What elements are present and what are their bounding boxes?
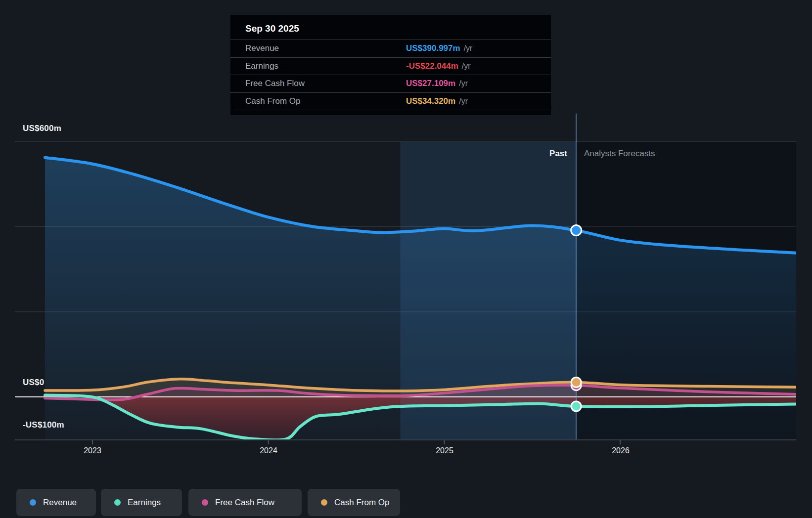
- legend-item-earnings[interactable]: Earnings: [101, 489, 182, 516]
- legend-item-revenue[interactable]: Revenue: [16, 489, 96, 516]
- tooltip-suffix: /yr: [459, 97, 468, 106]
- tooltip-suffix: /yr: [462, 62, 471, 71]
- y-axis-label-600m: US$600m: [23, 124, 61, 133]
- tooltip-suffix: /yr: [459, 79, 468, 88]
- legend-item-cash-from-op[interactable]: Cash From Op: [308, 489, 400, 516]
- x-axis-label-2025: 2025: [436, 446, 453, 455]
- legend-item-free-cash-flow[interactable]: Free Cash Flow: [188, 489, 302, 516]
- legend-label: Free Cash Flow: [215, 498, 274, 508]
- tooltip-suffix: /yr: [464, 44, 473, 53]
- tooltip-value: US$27.109m: [406, 79, 455, 88]
- tooltip-value: US$34.320m: [406, 96, 455, 106]
- x-axis-label-2024: 2024: [260, 446, 277, 455]
- tooltip-label: Revenue: [245, 43, 406, 53]
- tooltip-row-free-cash-flow: Free Cash Flow US$27.109m /yr: [230, 75, 551, 92]
- stock-financials-chart-page: { "tooltip": { "date": "Sep 30 2025", "r…: [0, 0, 812, 518]
- tooltip-date: Sep 30 2025: [230, 15, 551, 40]
- x-axis-label-2026: 2026: [612, 446, 630, 455]
- tooltip-label: Earnings: [245, 61, 406, 71]
- analysts-forecasts-label: Analysts Forecasts: [584, 149, 655, 159]
- earnings-legend-dot-icon: [114, 499, 121, 506]
- tooltip-row-cash-from-op: Cash From Op US$34.320m /yr: [230, 92, 551, 111]
- free-cash-flow-legend-dot-icon: [202, 499, 208, 506]
- legend-label: Revenue: [43, 498, 77, 508]
- x-axis-label-2023: 2023: [84, 446, 101, 455]
- y-axis-label-neg100m: -US$100m: [23, 420, 64, 430]
- tooltip-value: -US$22.044m: [406, 61, 458, 71]
- past-label: Past: [549, 149, 567, 159]
- legend-label: Earnings: [128, 498, 161, 508]
- tooltip: Sep 30 2025 Revenue US$390.997m /yr Earn…: [230, 15, 551, 115]
- y-axis-label-zero: US$0: [23, 378, 44, 388]
- tooltip-value: US$390.997m: [406, 43, 460, 53]
- tooltip-label: Cash From Op: [245, 96, 406, 106]
- revenue-legend-dot-icon: [30, 499, 36, 506]
- tooltip-label: Free Cash Flow: [245, 79, 406, 88]
- legend-label: Cash From Op: [334, 498, 389, 508]
- tooltip-row-earnings: Earnings -US$22.044m /yr: [230, 57, 551, 75]
- tooltip-row-revenue: Revenue US$390.997m /yr: [230, 40, 551, 57]
- cash-from-op-legend-dot-icon: [321, 499, 327, 506]
